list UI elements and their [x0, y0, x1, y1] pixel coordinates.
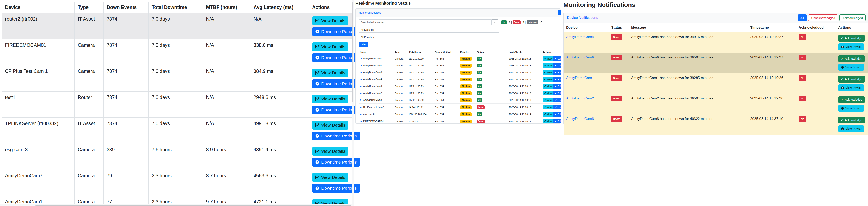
- view-device-button[interactable]: View Device: [838, 125, 864, 132]
- page-title: Real-time Monitoring Status: [355, 1, 411, 6]
- device-link[interactable]: AmityDemoCam6: [566, 55, 594, 59]
- camera-icon: [360, 106, 362, 108]
- downtime-periods-label: Downtime Periods: [321, 186, 357, 191]
- avg-latency-cell: 338.6 ms: [250, 39, 309, 66]
- edit-button[interactable]: Edit: [553, 56, 561, 61]
- device-link[interactable]: AmityDemoCam4: [566, 35, 594, 39]
- view-device-button[interactable]: View Device: [838, 64, 864, 71]
- type-cell: Camera: [394, 97, 407, 104]
- edit-button[interactable]: Edit: [553, 77, 561, 82]
- type-cell: Camera: [394, 76, 407, 83]
- edit-button[interactable]: Edit: [553, 91, 561, 96]
- table-row: CP Plus Test Cam 1Camera14.141.131.2Port…: [359, 104, 561, 111]
- view-details-button[interactable]: View Details: [312, 121, 348, 130]
- clipped-button-fragment[interactable]: [558, 10, 561, 16]
- filter-unacknowledged-button[interactable]: Unacknowledged: [808, 15, 838, 21]
- device-name: AmityDemoCam3: [360, 71, 382, 74]
- status-cell: Up: [475, 83, 507, 90]
- search-input[interactable]: [359, 20, 492, 25]
- edit-button[interactable]: Edit: [553, 70, 561, 75]
- view-button[interactable]: View: [542, 63, 553, 68]
- device-link[interactable]: AmityDemoCam8: [566, 117, 594, 121]
- last-check-cell: 2025-08-14 19:10:13: [507, 62, 541, 69]
- device-stats-panel: DeviceTypeDown EventsTotal DowntimeMTBF …: [0, 0, 353, 206]
- timestamp-cell: 2025-08-14 15:19:26: [748, 94, 796, 114]
- ip-address-cell: 117.211.90.29: [407, 97, 434, 104]
- view-button[interactable]: View: [542, 98, 553, 102]
- priority-cell: Medium: [459, 69, 475, 76]
- message-cell: AmityDemoCam2 has been down for 36504 mi…: [629, 94, 748, 114]
- status-badge: Up: [476, 98, 482, 102]
- view-details-button[interactable]: View Details: [312, 43, 348, 51]
- scrollbar-thumb[interactable]: [35, 205, 351, 206]
- view-details-label: View Details: [321, 175, 345, 180]
- chart-icon: [544, 72, 546, 74]
- name-cell: AmityDemoCam3: [359, 69, 394, 76]
- acknowledge-button[interactable]: ✓Acknowledge: [838, 35, 865, 42]
- view-label: View: [547, 57, 552, 60]
- actions-cell: ✓AcknowledgeView Device: [836, 53, 868, 73]
- column-header: Avg Latency (ms): [250, 2, 309, 13]
- mtbf-cell: N/A: [203, 118, 250, 144]
- type-cell: Camera: [394, 69, 407, 76]
- view-button[interactable]: View: [542, 70, 553, 75]
- view-button[interactable]: View: [542, 119, 553, 124]
- vertical-scrollbar[interactable]: [352, 0, 353, 206]
- unknown-count-badge: Unknown: [527, 21, 538, 24]
- acknowledge-button[interactable]: ✓Acknowledge: [838, 55, 865, 62]
- device-notifications-card: Device Notifications All Unacknowledged …: [563, 12, 868, 124]
- edit-button[interactable]: Edit: [553, 98, 561, 102]
- status-cell: Up: [475, 76, 507, 83]
- type-cell: Router: [74, 92, 103, 118]
- device-link[interactable]: AmityDemoCam2: [566, 96, 594, 100]
- acknowledge-button[interactable]: ✓Acknowledge: [838, 96, 865, 103]
- horizontal-scrollbar[interactable]: [0, 204, 352, 206]
- device-link[interactable]: AmityDemoCam1: [566, 76, 594, 80]
- acknowledge-button[interactable]: ✓Acknowledge: [838, 117, 865, 124]
- view-device-button[interactable]: View Device: [838, 44, 864, 50]
- view-button[interactable]: View: [542, 112, 553, 117]
- type-cell: Camera: [74, 170, 103, 196]
- last-check-cell: 2025-08-14 19:10:13: [507, 76, 541, 83]
- actions-cell: ViewEdit: [541, 69, 561, 76]
- filter-acknowledged-button[interactable]: Acknowledged: [839, 15, 866, 21]
- device-name: AmityDemoCam8: [360, 99, 382, 101]
- downtime-periods-label: Downtime Periods: [321, 29, 357, 34]
- view-details-button[interactable]: View Details: [312, 16, 348, 25]
- search-button[interactable]: [492, 20, 498, 25]
- scrollbar-thumb[interactable]: [352, 2, 353, 102]
- edit-button[interactable]: Edit: [553, 105, 561, 109]
- edit-button[interactable]: Edit: [553, 119, 561, 124]
- total-downtime-cell: 7.0 days: [149, 13, 203, 39]
- view-device-button[interactable]: View Device: [838, 105, 864, 111]
- acknowledge-button[interactable]: ✓Acknowledge: [838, 76, 865, 82]
- filter-all-button[interactable]: All: [798, 15, 807, 21]
- acknowledge-label: Acknowledge: [845, 98, 862, 101]
- view-details-button[interactable]: View Details: [312, 147, 348, 156]
- view-details-button[interactable]: View Details: [312, 69, 348, 77]
- view-label: View: [547, 71, 552, 74]
- column-header: Device: [564, 23, 609, 32]
- status-filter-select[interactable]: All Statuses: [359, 27, 499, 33]
- view-device-button[interactable]: View Device: [838, 84, 864, 91]
- priority-filter-select[interactable]: All Priorities: [359, 34, 499, 40]
- actions-cell: ViewEdit: [541, 111, 561, 118]
- filter-button[interactable]: Filter: [359, 42, 368, 47]
- chart-icon: [544, 85, 546, 87]
- view-button[interactable]: View: [542, 77, 553, 82]
- acknowledged-cell: No: [796, 32, 836, 53]
- acknowledge-label: Acknowledge: [845, 57, 862, 60]
- view-button[interactable]: View: [542, 91, 553, 96]
- camera-icon: [360, 78, 362, 80]
- edit-button[interactable]: Edit: [553, 112, 561, 117]
- edit-button[interactable]: Edit: [553, 84, 561, 88]
- edit-button[interactable]: Edit: [553, 63, 561, 68]
- view-details-button[interactable]: View Details: [312, 173, 348, 182]
- view-button[interactable]: View: [542, 56, 553, 61]
- card-title: Device Notifications: [567, 16, 598, 20]
- view-button[interactable]: View: [542, 84, 553, 88]
- chart-icon: [544, 92, 546, 94]
- device-name-label: AmityDemoCam7: [363, 92, 382, 94]
- view-details-button[interactable]: View Details: [312, 95, 348, 103]
- view-button[interactable]: View: [542, 105, 553, 109]
